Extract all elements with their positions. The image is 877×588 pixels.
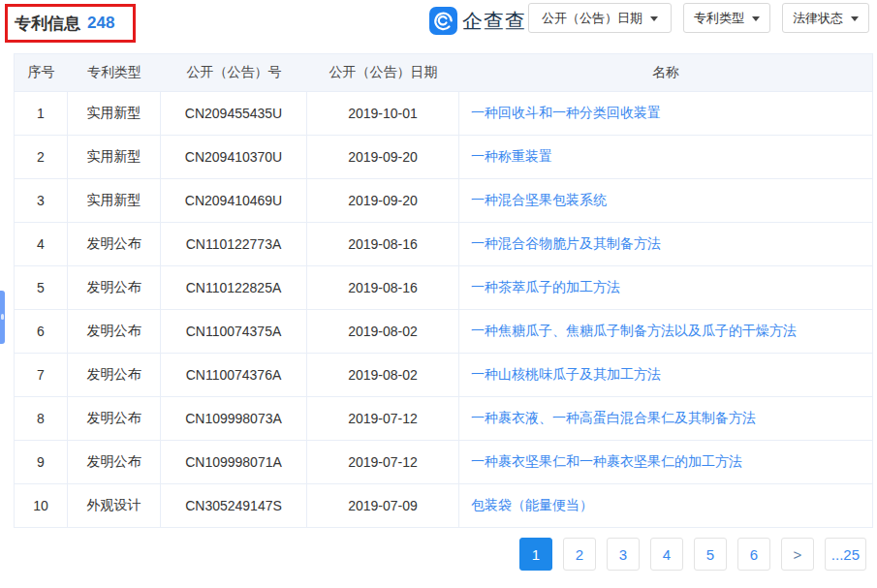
page-button[interactable]: > [781,538,814,571]
chevron-down-icon [752,16,760,21]
annotation-highlight-box: 专利信息 248 [5,4,136,43]
pub-number-cell: CN109998073A [161,397,307,440]
patent-type-cell: 外观设计 [68,484,161,527]
patent-name-cell: 包装袋（能量便当） [459,484,872,527]
row-index-cell: 3 [15,179,68,222]
pub-date-cell: 2019-08-16 [307,266,459,309]
row-index-cell: 10 [15,484,68,527]
patent-name-cell: 一种称重装置 [459,136,872,178]
patent-type-cell: 发明公布 [68,266,161,309]
page-button[interactable]: 1 [519,538,552,571]
row-index-cell: 9 [15,441,68,483]
patent-type-cell: 实用新型 [68,179,161,222]
table-row: 10 外观设计 CN305249147S 2019-07-09 包装袋（能量便当… [15,484,872,527]
column-header-pub-number: 公开（公告）号 [161,64,307,81]
pub-number-cell: CN110122773A [161,223,307,265]
column-header-pub-date: 公开（公告）日期 [307,64,459,81]
brand-name: 企查查 [462,8,526,35]
pub-number-cell: CN305249147S [161,484,307,527]
row-index-cell: 7 [15,354,68,396]
patent-count-badge: 248 [87,14,114,33]
patent-type-cell: 发明公布 [68,223,161,265]
patent-name-link[interactable]: 一种裹衣坚果仁和一种裹衣坚果仁的加工方法 [471,453,742,471]
pub-date-cell: 2019-08-02 [307,354,459,396]
table-row: 8 发明公布 CN109998073A 2019-07-12 一种裹衣液、一种高… [15,397,872,441]
patent-table: 序号 专利类型 公开（公告）号 公开（公告）日期 名称 1 实用新型 CN209… [14,53,873,528]
pub-number-cell: CN209410469U [161,179,307,222]
patent-type-cell: 实用新型 [68,136,161,178]
patent-name-cell: 一种茶萃瓜子的加工方法 [459,266,872,309]
patent-type-cell: 发明公布 [68,354,161,396]
pub-date-cell: 2019-07-12 [307,397,459,440]
page-button[interactable]: 4 [650,538,683,571]
filter-button-pub-date[interactable]: 公开（公告）日期 [528,3,672,33]
table-row: 4 发明公布 CN110122773A 2019-08-16 一种混合谷物脆片及… [15,223,872,266]
pub-number-cell: CN110074376A [161,354,307,396]
row-index-cell: 1 [15,92,68,135]
patent-name-link[interactable]: 一种回收斗和一种分类回收装置 [471,105,661,122]
row-index-cell: 6 [15,310,68,353]
pub-date-cell: 2019-10-01 [307,92,459,135]
column-header-index: 序号 [15,64,68,81]
patent-name-cell: 一种裹衣坚果仁和一种裹衣坚果仁的加工方法 [459,441,872,483]
row-index-cell: 8 [15,397,68,440]
filter-label: 公开（公告）日期 [542,10,642,27]
table-body: 1 实用新型 CN209455435U 2019-10-01 一种回收斗和一种分… [15,92,872,527]
patent-name-link[interactable]: 一种焦糖瓜子、焦糖瓜子制备方法以及瓜子的干燥方法 [471,323,797,340]
pub-number-cell: CN209410370U [161,136,307,178]
table-row: 3 实用新型 CN209410469U 2019-09-20 一种混合坚果包装系… [15,179,872,223]
patent-name-cell: 一种焦糖瓜子、焦糖瓜子制备方法以及瓜子的干燥方法 [459,310,872,353]
page-button[interactable]: ...25 [825,538,866,571]
patent-name-link[interactable]: 一种混合坚果包装系统 [471,192,607,209]
patent-name-cell: 一种混合谷物脆片及其制备方法 [459,223,872,265]
table-row: 1 实用新型 CN209455435U 2019-10-01 一种回收斗和一种分… [15,92,872,136]
qichacha-logo-icon [429,7,457,35]
patent-name-link[interactable]: 一种山核桃味瓜子及其加工方法 [471,366,661,384]
patent-name-link[interactable]: 包装袋（能量便当） [471,497,593,514]
column-header-name: 名称 [459,64,872,81]
pub-date-cell: 2019-09-20 [307,136,459,178]
table-row: 7 发明公布 CN110074376A 2019-08-02 一种山核桃味瓜子及… [15,354,872,397]
patent-name-link[interactable]: 一种混合谷物脆片及其制备方法 [471,235,661,253]
patent-type-cell: 实用新型 [68,92,161,135]
table-row: 6 发明公布 CN110074375A 2019-08-02 一种焦糖瓜子、焦糖… [15,310,872,354]
pub-number-cell: CN209455435U [161,92,307,135]
pub-number-cell: CN110074375A [161,310,307,353]
filter-label: 专利类型 [694,10,744,27]
pub-number-cell: CN110122825A [161,266,307,309]
column-header-patent-type: 专利类型 [68,64,161,81]
filter-label: 法律状态 [793,10,843,27]
pub-date-cell: 2019-09-20 [307,179,459,222]
page-button[interactable]: 5 [694,538,727,571]
row-index-cell: 5 [15,266,68,309]
patent-name-link[interactable]: 一种茶萃瓜子的加工方法 [471,279,620,296]
pagination: 123456>...25 [519,538,866,571]
qichacha-logo[interactable]: 企查查 [429,7,526,35]
patent-name-cell: 一种裹衣液、一种高蛋白混合果仁及其制备方法 [459,397,872,440]
patent-name-cell: 一种混合坚果包装系统 [459,179,872,222]
patent-name-link[interactable]: 一种裹衣液、一种高蛋白混合果仁及其制备方法 [471,410,756,427]
page-title: 专利信息 [15,13,80,35]
chevron-down-icon [851,16,859,21]
table-header-row: 序号 专利类型 公开（公告）号 公开（公告）日期 名称 [15,54,872,92]
pub-number-cell: CN109998071A [161,441,307,483]
row-index-cell: 2 [15,136,68,178]
pub-date-cell: 2019-07-09 [307,484,459,527]
chevron-down-icon [650,16,658,21]
side-panel-handle[interactable] [0,291,5,344]
pub-date-cell: 2019-08-16 [307,223,459,265]
filter-button-patent-type[interactable]: 专利类型 [683,3,770,33]
page-button[interactable]: 6 [737,538,770,571]
patent-type-cell: 发明公布 [68,441,161,483]
table-row: 2 实用新型 CN209410370U 2019-09-20 一种称重装置 [15,136,872,179]
table-row: 9 发明公布 CN109998071A 2019-07-12 一种裹衣坚果仁和一… [15,441,872,484]
page-button[interactable]: 2 [563,538,596,571]
patent-name-link[interactable]: 一种称重装置 [471,148,552,166]
pub-date-cell: 2019-07-12 [307,441,459,483]
page-button[interactable]: 3 [607,538,640,571]
filter-button-legal-status[interactable]: 法律状态 [782,3,869,33]
patent-name-cell: 一种山核桃味瓜子及其加工方法 [459,354,872,396]
patent-type-cell: 发明公布 [68,310,161,353]
patent-name-cell: 一种回收斗和一种分类回收装置 [459,92,872,135]
patent-type-cell: 发明公布 [68,397,161,440]
